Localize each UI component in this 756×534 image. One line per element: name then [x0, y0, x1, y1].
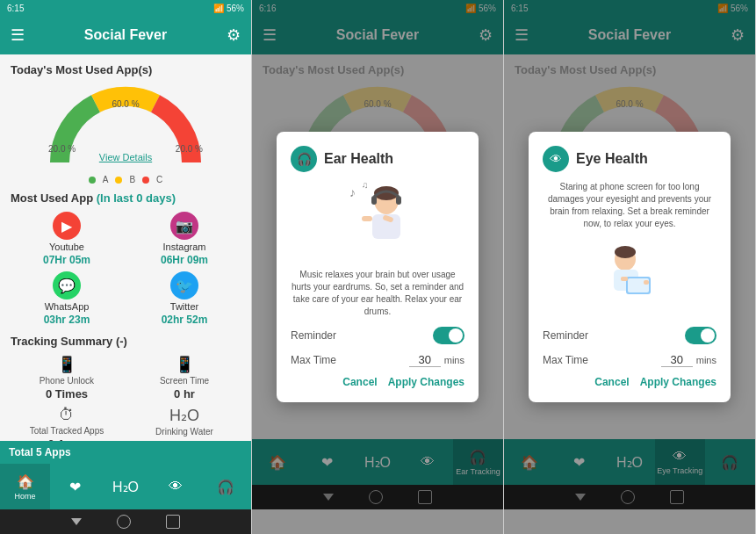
nav-ear[interactable]: 🎧	[201, 464, 251, 509]
svg-rect-15	[644, 280, 649, 285]
instagram-time: 06Hr 09m	[161, 254, 208, 266]
eye-maxtime-row: Max Time mins	[543, 353, 716, 367]
ear-illustration: ♪ ♫	[342, 181, 413, 260]
nav-water[interactable]: H₂O	[100, 464, 150, 509]
ear-body-text: Music relaxes your brain but over usage …	[291, 269, 464, 318]
legend-dot-a	[89, 177, 96, 184]
ear-modal-overlay: 🎧 Ear Health ♪ ♫	[252, 0, 503, 534]
eye-reminder-toggle[interactable]	[685, 327, 716, 344]
ear-maxtime-input[interactable]	[409, 353, 441, 367]
apps-grid: ▶ Youtube 07Hr 05m 📷 Instagram 06Hr 09m …	[11, 212, 241, 326]
eye-maxtime-label: Max Time	[543, 354, 588, 366]
screen-time-value: 0 hr	[174, 387, 195, 400]
most-used-title: Most Used App (In last 0 days)	[11, 191, 241, 205]
legend-label-a: A	[103, 175, 109, 184]
app-item-whatsapp: 💬 WhatsApp 03hr 23m	[11, 271, 123, 326]
main-panel: 6:15 📶 56% ☰ Social Fever ⚙ Today's Most…	[0, 0, 252, 534]
twitter-time: 02hr 52m	[162, 314, 208, 326]
app-item-instagram: 📷 Instagram 06Hr 09m	[128, 212, 241, 266]
status-time: 6:15	[7, 4, 24, 13]
ear-modal-title: Ear Health	[324, 151, 393, 167]
eye-apply-button[interactable]: Apply Changes	[640, 376, 716, 388]
youtube-name: Youtube	[49, 242, 84, 252]
eye-maxtime-unit: mins	[696, 355, 716, 365]
total-apps-bar: Total 5 Apps	[0, 441, 251, 464]
home-button[interactable]	[117, 515, 131, 529]
total-apps-icon: ⏱	[59, 406, 75, 424]
ear-modal-image: ♪ ♫	[338, 181, 417, 260]
legend-label-b: B	[129, 175, 135, 184]
recents-button[interactable]	[166, 515, 180, 529]
svg-rect-5	[362, 216, 372, 221]
legend-label-c: C	[156, 175, 162, 184]
settings-icon[interactable]: ⚙	[227, 25, 241, 45]
ear-apply-button[interactable]: Apply Changes	[388, 376, 464, 388]
eye-illustration	[594, 243, 665, 314]
gauge-legend: A B C	[89, 175, 163, 184]
screen-time-label: Screen Time	[160, 376, 209, 386]
svg-point-10	[615, 246, 636, 258]
ear-reminder-label: Reminder	[291, 329, 336, 342]
heart-icon: ❤	[69, 479, 81, 495]
ear-modal-actions: Cancel Apply Changes	[291, 376, 464, 388]
status-bar-main: 6:15 📶 56%	[0, 0, 251, 16]
twitter-icon: 🐦	[170, 271, 198, 299]
eye-reminder-row: Reminder	[543, 327, 716, 344]
app-title-main: Social Fever	[84, 27, 167, 43]
water-nav-icon: H₂O	[112, 479, 139, 495]
ear-maxtime-input-group: mins	[409, 353, 464, 367]
twitter-name: Twitter	[170, 301, 198, 312]
svg-rect-14	[621, 277, 628, 281]
whatsapp-icon: 💬	[53, 271, 81, 299]
back-button[interactable]	[71, 518, 82, 525]
eye-modal-title: Eye Health	[576, 151, 648, 167]
total-apps-count: Total 5 Apps	[9, 446, 71, 458]
tracking-title: Tracking Summary (-)	[11, 335, 241, 348]
whatsapp-time: 03hr 23m	[44, 314, 90, 326]
legend-dot-b	[115, 177, 122, 184]
ear-modal-header: 🎧 Ear Health	[291, 146, 464, 172]
main-content: Today's Most Used App(s) 20.0 % 20.0 % 6…	[0, 54, 251, 441]
svg-rect-7	[371, 196, 377, 205]
whatsapp-name: WhatsApp	[45, 301, 90, 312]
app-item-twitter: 🐦 Twitter 02hr 52m	[128, 271, 241, 326]
main-section-title: Today's Most Used App(s)	[11, 63, 241, 76]
eye-maxtime-input-group: mins	[661, 353, 716, 367]
most-used-subtitle: (In last 0 days)	[97, 191, 176, 205]
hamburger-icon[interactable]: ☰	[11, 25, 25, 45]
ear-maxtime-row: Max Time mins	[291, 353, 464, 367]
eye-maxtime-input[interactable]	[661, 353, 693, 367]
water-icon: H₂O	[169, 406, 199, 425]
instagram-name: Instagram	[163, 242, 206, 252]
app-item-youtube: ▶ Youtube 07Hr 05m	[11, 212, 123, 266]
eye-cancel-button[interactable]: Cancel	[594, 376, 629, 388]
android-buttons-main	[0, 509, 251, 534]
phone-unlock-value: 0 Times	[46, 387, 88, 400]
youtube-icon: ▶	[53, 212, 81, 240]
battery-icon: 📶 56%	[213, 4, 244, 13]
ear-reminder-row: Reminder	[291, 327, 464, 344]
svg-text:♪: ♪	[349, 185, 356, 199]
eye-reminder-label: Reminder	[543, 329, 588, 342]
nav-heart[interactable]: ❤	[50, 464, 100, 509]
nav-home[interactable]: 🏠 Home	[0, 464, 50, 509]
tracking-total-apps: ⏱ Total Tracked Apps 0 Apps	[11, 406, 123, 441]
eye-modal-overlay: 👁 Eye Health Staring at phone screen for…	[504, 0, 755, 534]
gauge-label-left: 20.0 %	[48, 144, 76, 154]
gauge-label-top: 60.0 %	[112, 99, 139, 109]
ear-cancel-button[interactable]: Cancel	[342, 376, 377, 388]
gauge-wrap: 20.0 % 20.0 % 60.0 % View Details	[47, 83, 205, 171]
ear-reminder-toggle[interactable]	[433, 327, 464, 344]
water-label: Drinking Water	[155, 427, 213, 437]
status-right: 📶 56%	[213, 4, 244, 13]
tracking-water: H₂O Drinking Water 0 hr	[128, 406, 241, 441]
eye-modal-icon: 👁	[543, 146, 569, 172]
phone-unlock-label: Phone Unlock	[40, 376, 94, 386]
home-icon: 🏠	[17, 473, 34, 490]
nav-eye[interactable]: 👁	[151, 464, 201, 509]
bottom-nav-main: 🏠 Home ❤ H₂O 👁 🎧	[0, 464, 251, 509]
eye-icon: 👁	[169, 479, 183, 494]
nav-home-label: Home	[15, 492, 36, 501]
youtube-time: 07Hr 05m	[43, 254, 90, 266]
view-details-link[interactable]: View Details	[99, 152, 152, 162]
